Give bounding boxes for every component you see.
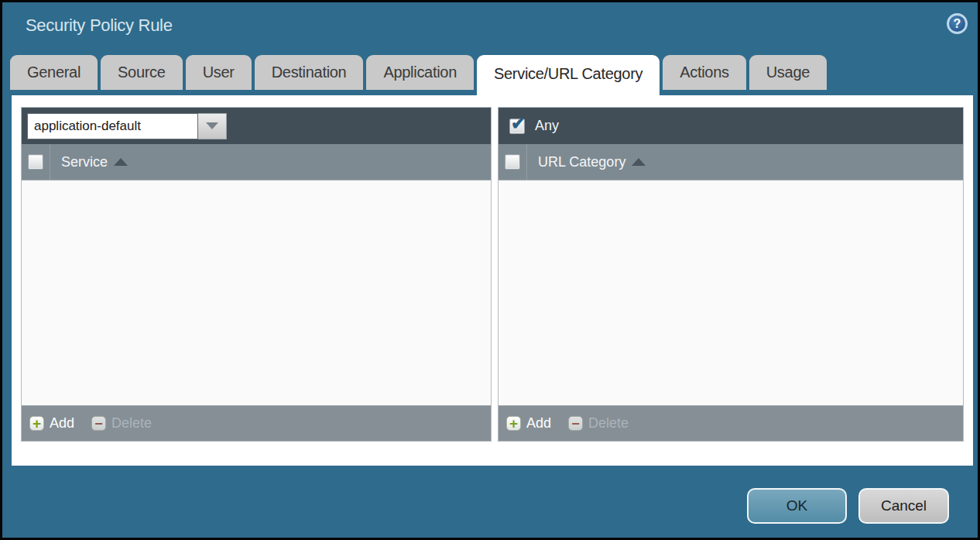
any-label: Any [535, 118, 559, 134]
sort-ascending-icon [632, 158, 646, 166]
dialog-title: Security Policy Rule [26, 15, 173, 36]
service-select-all-cell [22, 144, 50, 180]
url-category-toolbar: + Add − Delete [499, 405, 963, 441]
service-column-title[interactable]: Service [61, 154, 128, 170]
delete-minus-icon: − [568, 416, 583, 431]
tab-application[interactable]: Application [366, 55, 474, 90]
service-list[interactable] [22, 181, 491, 405]
tab-user[interactable]: User [186, 55, 252, 90]
service-toolbar: + Add − Delete [22, 405, 491, 441]
delete-minus-icon: − [91, 416, 106, 431]
url-category-list[interactable] [499, 181, 963, 405]
ok-button[interactable]: OK [747, 488, 847, 524]
url-category-column-header: URL Category [499, 144, 963, 181]
url-category-add-button[interactable]: + Add [506, 415, 551, 432]
tab-bar: General Source User Destination Applicat… [10, 55, 827, 95]
tab-source[interactable]: Source [101, 55, 183, 90]
cancel-button[interactable]: Cancel [858, 488, 949, 524]
service-panel: Service + Add − Delete [21, 107, 492, 442]
add-plus-icon: + [29, 416, 44, 431]
url-category-column-title[interactable]: URL Category [538, 154, 646, 170]
check-icon: ✔ [511, 114, 525, 134]
service-column-label: Service [61, 154, 108, 170]
service-panel-header [22, 108, 491, 144]
add-button-label: Add [526, 415, 551, 432]
sort-ascending-icon [114, 158, 128, 166]
delete-button-label: Delete [588, 415, 629, 432]
tab-usage[interactable]: Usage [749, 55, 827, 90]
any-checkbox[interactable]: ✔ [509, 119, 525, 134]
security-policy-rule-dialog: Security Policy Rule ? General Source Us… [0, 0, 980, 540]
add-button-label: Add [50, 415, 74, 432]
service-column-header: Service [22, 144, 491, 181]
service-select-all-checkbox[interactable] [28, 154, 43, 170]
url-category-column-label: URL Category [538, 154, 625, 170]
help-icon[interactable]: ? [947, 13, 968, 34]
url-category-panel-header: ✔ Any [499, 108, 963, 144]
tab-general[interactable]: General [10, 55, 98, 90]
add-plus-icon: + [506, 416, 521, 431]
url-category-delete-button[interactable]: − Delete [568, 415, 629, 432]
tab-destination[interactable]: Destination [255, 55, 364, 90]
service-add-button[interactable]: + Add [29, 415, 74, 432]
service-type-input[interactable] [27, 113, 198, 139]
tab-service-url-category[interactable]: Service/URL Category [477, 55, 660, 95]
service-type-dropdown-button[interactable] [198, 113, 227, 139]
tab-actions[interactable]: Actions [663, 55, 746, 90]
service-delete-button[interactable]: − Delete [91, 415, 152, 432]
chevron-down-icon [206, 122, 218, 129]
service-type-combobox [27, 113, 227, 139]
url-category-select-all-cell [499, 144, 527, 180]
tab-content-area: Service + Add − Delete ✔ [12, 95, 973, 466]
delete-button-label: Delete [111, 415, 152, 432]
url-category-panel: ✔ Any URL Category + Add [498, 107, 964, 442]
url-category-select-all-checkbox[interactable] [505, 154, 520, 170]
